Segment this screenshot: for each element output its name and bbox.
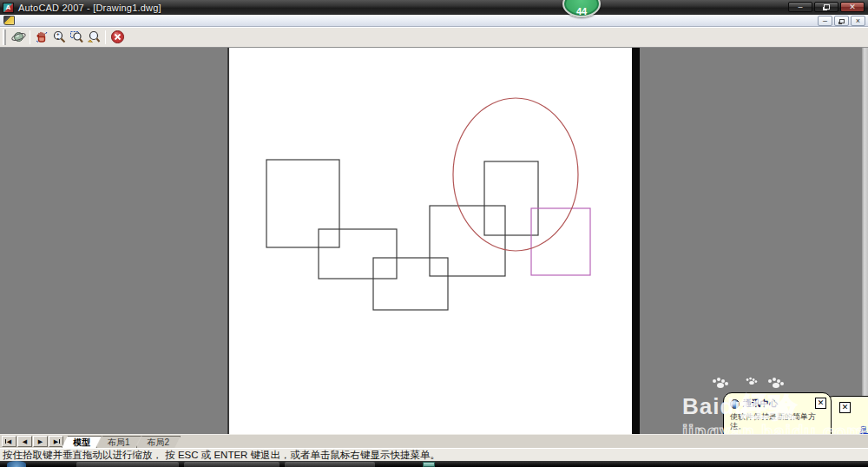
balloon-title: 通讯中心 [743, 398, 778, 410]
tab-model[interactable]: 模型 [62, 436, 102, 448]
start-orb-icon[interactable] [7, 461, 26, 467]
autocad-app-icon: A [3, 3, 14, 13]
toolbar-separator [105, 30, 106, 44]
mdi-close-button[interactable]: × [851, 16, 865, 26]
taskbar-program-icon[interactable] [423, 462, 435, 467]
taskbar-button[interactable] [76, 462, 179, 467]
windows-taskbar [0, 461, 868, 467]
pan-realtime-icon[interactable] [33, 29, 50, 46]
menubar: – × [0, 15, 868, 27]
balloon-body-text: 使软件保持最新的简单方法。 [730, 412, 825, 432]
restore-icon [824, 4, 830, 10]
zoom-realtime-icon[interactable]: + - [50, 29, 68, 46]
drawing-file-icon[interactable] [3, 16, 15, 25]
zoom-previous-icon[interactable] [85, 29, 102, 46]
tab-layout2[interactable]: 布局2 [136, 436, 181, 448]
status-bar: 按住拾取键并垂直拖动以进行缩放， 按 ESC 或 ENTER 键退出，或者单击鼠… [0, 448, 868, 461]
window-title: AutoCAD 2007 - [Drawing1.dwg] [18, 3, 161, 13]
taskbar-button[interactable] [285, 462, 375, 467]
toolbar-separator [30, 30, 30, 44]
titlebar: A AutoCAD 2007 - [Drawing1.dwg] – ✕ [0, 0, 868, 15]
mdi-minimize-button[interactable]: – [818, 16, 832, 26]
zoom-toolbar: + - [0, 27, 868, 48]
toolbar-grip[interactable] [3, 30, 6, 45]
mdi-restore-icon [839, 19, 845, 23]
status-message: 按住拾取键并垂直拖动以进行缩放， 按 ESC 或 ENTER 键退出，或者单击鼠… [3, 450, 440, 460]
3d-orbit-icon[interactable] [10, 29, 27, 46]
minimize-button[interactable]: – [788, 2, 812, 12]
communication-center-icon [730, 399, 740, 409]
exit-icon[interactable] [108, 29, 126, 46]
mdi-restore-button[interactable] [834, 16, 849, 26]
layout-tabrow: ◀ ◀ ▶ ▶ 模型 布局1 布局2 [0, 434, 868, 448]
tab-nav-first-button[interactable]: ◀ [2, 436, 16, 447]
restore-button[interactable] [814, 2, 838, 12]
tab-layout1[interactable]: 布局1 [96, 436, 141, 448]
tab-nav-last-button[interactable]: ▶ [49, 436, 63, 447]
tab-nav-prev-button[interactable]: ◀ [17, 436, 32, 447]
taskbar-button[interactable] [184, 462, 279, 467]
close-button[interactable]: ✕ [840, 2, 865, 12]
tab-nav-next-button[interactable]: ▶ [33, 436, 48, 447]
balloon-close-button[interactable]: ✕ [815, 398, 826, 409]
zoom-window-icon[interactable] [68, 29, 85, 46]
